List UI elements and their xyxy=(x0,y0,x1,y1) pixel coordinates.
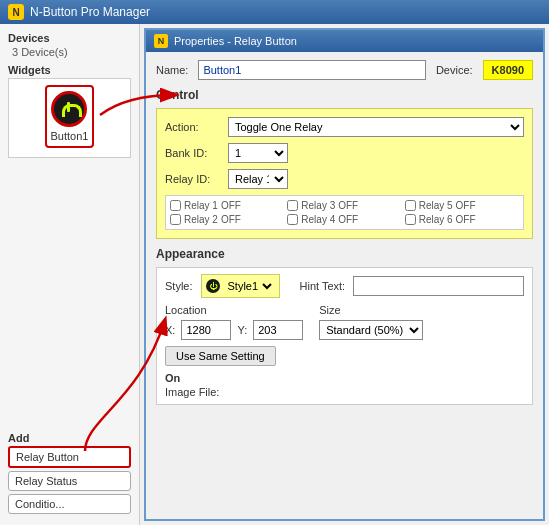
relay-5-status: OFF xyxy=(456,200,476,211)
relay-3-status: OFF xyxy=(338,200,358,211)
relay-id-label: Relay ID: xyxy=(165,173,220,185)
y-label: Y: xyxy=(237,324,247,336)
relay-3-checkbox[interactable] xyxy=(287,200,298,211)
relay-2-item: Relay 2 OFF xyxy=(170,214,284,225)
bank-id-label: Bank ID: xyxy=(165,147,220,159)
relay-4-checkbox[interactable] xyxy=(287,214,298,225)
style-power-icon: ⏻ xyxy=(206,279,220,293)
device-badge: K8090 xyxy=(483,60,533,80)
name-label: Name: xyxy=(156,64,188,76)
dialog-content: Name: Device: K8090 Control Action: Togg… xyxy=(146,52,543,519)
location-group: Location X: Y: xyxy=(165,304,303,340)
control-section: Action: Toggle One RelaySet Relay OnSet … xyxy=(156,108,533,239)
add-section: Add Relay Button Relay Status Conditio..… xyxy=(8,432,131,517)
app-title: N-Button Pro Manager xyxy=(30,5,150,19)
size-select[interactable]: Standard (50%)Large (100%)Small (25%) xyxy=(319,320,423,340)
relay-6-item: Relay 6 OFF xyxy=(405,214,519,225)
devices-label: Devices xyxy=(8,32,131,44)
power-button-widget-icon xyxy=(51,91,87,127)
x-label: X: xyxy=(165,324,175,336)
relay-6-checkbox[interactable] xyxy=(405,214,416,225)
x-input[interactable] xyxy=(181,320,231,340)
relay-4-status: OFF xyxy=(338,214,358,225)
relay-button-add[interactable]: Relay Button xyxy=(8,446,131,468)
relay-grid: Relay 1 OFF Relay 3 OFF Relay 5 OFF xyxy=(165,195,524,230)
action-label: Action: xyxy=(165,121,220,133)
image-file-label: Image File: xyxy=(165,386,219,398)
widgets-label: Widgets xyxy=(8,64,131,76)
widgets-section: Widgets Button1 xyxy=(8,64,131,158)
style-select[interactable]: Style1Style2Style3 xyxy=(224,277,275,295)
main-container: Devices 3 Device(s) Widgets Button1 Add … xyxy=(0,24,549,525)
relay-5-label: Relay 5 xyxy=(419,200,453,211)
style-hint-row: Style: ⏻ Style1Style2Style3 Hint Text: xyxy=(165,274,524,298)
device-count: 3 Device(s) xyxy=(12,46,131,58)
hint-text-input[interactable] xyxy=(353,276,524,296)
widgets-area: Button1 xyxy=(8,78,131,158)
relay-5-item: Relay 5 OFF xyxy=(405,200,519,211)
dialog-icon: N xyxy=(154,34,168,48)
image-file-row: Image File: xyxy=(165,386,524,398)
relay-status-add[interactable]: Relay Status xyxy=(8,471,131,491)
size-label: Size xyxy=(319,304,423,316)
size-group: Size Standard (50%)Large (100%)Small (25… xyxy=(319,304,423,340)
relay-6-label: Relay 6 xyxy=(419,214,453,225)
appearance-section-header: Appearance xyxy=(156,247,533,261)
hint-text-label: Hint Text: xyxy=(300,280,346,292)
relay-1-label: Relay 1 xyxy=(184,200,218,211)
location-label: Location xyxy=(165,304,303,316)
properties-dialog: N Properties - Relay Button Name: Device… xyxy=(144,28,545,521)
relay-4-label: Relay 4 xyxy=(301,214,335,225)
relay-5-checkbox[interactable] xyxy=(405,200,416,211)
relay-6-status: OFF xyxy=(456,214,476,225)
control-section-header: Control xyxy=(156,88,533,102)
relay-2-checkbox[interactable] xyxy=(170,214,181,225)
action-row: Action: Toggle One RelaySet Relay OnSet … xyxy=(165,117,524,137)
location-size-row: Location X: Y: Size Standard (50%)Large … xyxy=(165,304,524,340)
dialog-title-bar: N Properties - Relay Button xyxy=(146,30,543,52)
condition-add[interactable]: Conditio... xyxy=(8,494,131,514)
bank-id-row: Bank ID: 1234 xyxy=(165,143,524,163)
name-input[interactable] xyxy=(198,60,425,80)
style-label: Style: xyxy=(165,280,193,292)
relay-2-label: Relay 2 xyxy=(184,214,218,225)
location-fields: X: Y: xyxy=(165,320,303,340)
left-panel: Devices 3 Device(s) Widgets Button1 Add … xyxy=(0,24,140,525)
relay-id-select[interactable]: Relay 1Relay 2Relay 3Relay 4Relay 5Relay… xyxy=(228,169,288,189)
relay-2-status: OFF xyxy=(221,214,241,225)
relay-1-checkbox[interactable] xyxy=(170,200,181,211)
dialog-title: Properties - Relay Button xyxy=(174,35,297,47)
relay-3-label: Relay 3 xyxy=(301,200,335,211)
appearance-section: Style: ⏻ Style1Style2Style3 Hint Text: L… xyxy=(156,267,533,405)
relay-3-item: Relay 3 OFF xyxy=(287,200,401,211)
power-symbol xyxy=(60,100,78,118)
name-row: Name: Device: K8090 xyxy=(156,60,533,80)
on-label: On xyxy=(165,372,524,384)
add-label: Add xyxy=(8,432,131,444)
relay-1-status: OFF xyxy=(221,200,241,211)
action-select[interactable]: Toggle One RelaySet Relay OnSet Relay Of… xyxy=(228,117,524,137)
app-icon: N xyxy=(8,4,24,20)
title-bar: N N-Button Pro Manager xyxy=(0,0,549,24)
device-label: Device: xyxy=(436,64,473,76)
widget-name: Button1 xyxy=(51,130,89,142)
relay-id-row: Relay ID: Relay 1Relay 2Relay 3Relay 4Re… xyxy=(165,169,524,189)
relay-1-item: Relay 1 OFF xyxy=(170,200,284,211)
y-input[interactable] xyxy=(253,320,303,340)
relay-4-item: Relay 4 OFF xyxy=(287,214,401,225)
use-same-setting-button[interactable]: Use Same Setting xyxy=(165,346,276,366)
widget-button1[interactable]: Button1 xyxy=(45,85,95,148)
devices-section: Devices 3 Device(s) xyxy=(8,32,131,58)
bank-id-select[interactable]: 1234 xyxy=(228,143,288,163)
style-select-wrapper: ⏻ Style1Style2Style3 xyxy=(201,274,280,298)
